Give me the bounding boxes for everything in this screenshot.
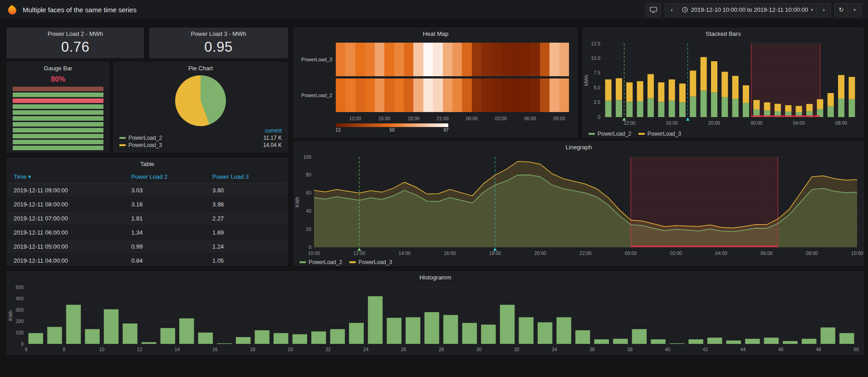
heatmap-x-tick: 00:00 bbox=[466, 116, 478, 121]
stacked-bar-yellow bbox=[775, 104, 781, 111]
refresh-button[interactable]: ↻ bbox=[834, 3, 848, 17]
svg-text:100: 100 bbox=[15, 330, 24, 335]
svg-text:2.5: 2.5 bbox=[593, 99, 600, 105]
gauge-led-bar bbox=[13, 128, 103, 132]
svg-text:06:00: 06:00 bbox=[760, 250, 772, 255]
table-row[interactable]: 2019-12-11 08:00:003.163.98 bbox=[7, 197, 287, 211]
pie-legend-item[interactable]: PowerLoad_211.17 K bbox=[119, 134, 282, 142]
legend-item-PowerLoad_3[interactable]: PowerLoad_3 bbox=[638, 131, 681, 137]
time-range-label: 2019-12-10 10:00:00 to 2019-12-11 10:00:… bbox=[691, 6, 808, 13]
panel-title[interactable]: Table bbox=[7, 158, 287, 170]
heatmap-x-tick: 09:00 bbox=[553, 116, 565, 121]
gauge-led-bar bbox=[13, 104, 103, 109]
stacked-bar-green bbox=[658, 102, 664, 117]
tv-mode-button[interactable] bbox=[646, 3, 661, 17]
stacked-bar-green bbox=[637, 101, 643, 117]
svg-text:08:00: 08:00 bbox=[806, 250, 818, 255]
heatmap-cell bbox=[443, 78, 452, 112]
legend-label: PowerLoad_3 bbox=[358, 259, 392, 265]
stacked-bar-yellow bbox=[785, 105, 791, 112]
heatmap-cell bbox=[540, 78, 549, 112]
svg-text:400: 400 bbox=[15, 296, 24, 301]
pie-legend-label: PowerLoad_3 bbox=[128, 142, 162, 148]
svg-text:00:00: 00:00 bbox=[625, 250, 637, 255]
histogram-bar bbox=[481, 325, 495, 344]
svg-text:20: 20 bbox=[306, 226, 311, 232]
stacked-bar-green bbox=[669, 101, 675, 117]
legend-item-PowerLoad_2[interactable]: PowerLoad_2 bbox=[299, 259, 342, 265]
gauge-led-bar bbox=[13, 116, 103, 121]
svg-text:KWh: KWh bbox=[294, 197, 300, 207]
table-cell: 0.84 bbox=[125, 257, 206, 264]
histogram-bar bbox=[104, 309, 118, 344]
heatmap-row-label: PowerLoad_2 bbox=[294, 93, 336, 98]
panel-histogram: Histogramm 01002003004005006810121416182… bbox=[7, 271, 864, 354]
pie-legend-current-header[interactable]: current bbox=[114, 126, 287, 134]
heatmap-scale-label: 97 bbox=[443, 127, 448, 132]
table-column-header[interactable]: Power Load 3 bbox=[206, 173, 287, 180]
pie-legend-label: PowerLoad_2 bbox=[128, 135, 162, 141]
panel-title[interactable]: Power Load 2 - MWh bbox=[7, 28, 143, 40]
panel-title[interactable]: Histogramm bbox=[7, 272, 863, 284]
heatmap-cell bbox=[345, 43, 355, 76]
heatmap-x-axis: 12:0015:0018:0021:0000:0003:0006:0009:00 bbox=[336, 114, 569, 122]
heatmap-cell bbox=[375, 43, 384, 76]
panel-title[interactable]: Power Load 3 - MWh bbox=[150, 28, 287, 40]
svg-text:50: 50 bbox=[853, 347, 859, 352]
table-cell: 3.80 bbox=[206, 187, 287, 194]
gauge-led-bar bbox=[13, 146, 103, 150]
heatmap-cell bbox=[549, 43, 559, 76]
histogram-bar bbox=[274, 333, 288, 344]
table-column-header[interactable]: Time ▾ bbox=[7, 173, 125, 180]
heatmap-cell bbox=[501, 78, 510, 112]
chevron-down-icon: ▾ bbox=[811, 7, 813, 12]
legend-item-PowerLoad_3[interactable]: PowerLoad_3 bbox=[349, 259, 392, 265]
grafana-logo[interactable] bbox=[6, 4, 18, 16]
table-cell: 2019-12-11 06:00:00 bbox=[7, 229, 125, 236]
histogram-bar bbox=[311, 332, 326, 344]
linegraph-legend: PowerLoad_2PowerLoad_3 bbox=[294, 257, 863, 267]
pie-legend: PowerLoad_211.17 KPowerLoad_314.04 K bbox=[114, 134, 287, 149]
svg-text:20:00: 20:00 bbox=[708, 120, 720, 126]
histogram-bar bbox=[330, 329, 345, 344]
histogram-bar bbox=[839, 333, 854, 344]
panel-title[interactable]: Heat Map bbox=[294, 28, 577, 40]
table-row[interactable]: 2019-12-11 05:00:000.991.24 bbox=[7, 240, 287, 254]
histogram-bar bbox=[161, 328, 175, 344]
table-row[interactable]: 2019-12-11 04:00:000.841.05 bbox=[7, 254, 287, 268]
time-range-picker[interactable]: 2019-12-10 10:00:00 to 2019-12-11 10:00:… bbox=[678, 3, 817, 17]
stacked-bar-yellow bbox=[658, 83, 664, 102]
panel-gauge-bar: Gauge Bar 80% bbox=[7, 62, 109, 152]
panel-title[interactable]: Gauge Bar bbox=[7, 63, 109, 74]
svg-text:0: 0 bbox=[598, 114, 600, 120]
svg-text:10:00: 10:00 bbox=[851, 250, 863, 255]
stacked-bar-green bbox=[690, 97, 696, 117]
histogram-bar bbox=[575, 330, 590, 344]
histogram-bar bbox=[66, 305, 81, 344]
heatmap-cell bbox=[481, 43, 491, 76]
svg-text:14:00: 14:00 bbox=[398, 250, 410, 255]
time-range-back-button[interactable]: ‹ bbox=[665, 3, 678, 17]
gauge-led-bar bbox=[13, 122, 103, 127]
time-range-forward-button[interactable]: › bbox=[817, 3, 831, 17]
panel-table: Table Time ▾Power Load 2Power Load 3 201… bbox=[7, 158, 288, 266]
panel-title[interactable]: Stacked Bars bbox=[583, 28, 863, 40]
heatmap-row-label: PowerLoad_3 bbox=[294, 57, 336, 62]
table-row[interactable]: 2019-12-11 07:00:001.812.27 bbox=[7, 211, 287, 225]
legend-color-dash bbox=[119, 144, 126, 146]
table-column-header[interactable]: Power Load 2 bbox=[125, 173, 206, 180]
pie-legend-item[interactable]: PowerLoad_314.04 K bbox=[119, 142, 282, 149]
table-cell: 3.03 bbox=[125, 187, 206, 194]
heatmap-cell bbox=[462, 78, 471, 112]
table-row[interactable]: 2019-12-11 06:00:001.341.69 bbox=[7, 225, 287, 240]
heatmap-scale-label: 50 bbox=[389, 127, 394, 132]
refresh-interval-button[interactable]: ▾ bbox=[848, 3, 862, 17]
panel-title[interactable]: Pie Chart bbox=[114, 63, 287, 74]
legend-item-PowerLoad_2[interactable]: PowerLoad_2 bbox=[588, 131, 631, 137]
histogram-bar bbox=[500, 305, 515, 344]
panel-title[interactable]: Linegraph bbox=[294, 142, 863, 153]
svg-text:KWh: KWh bbox=[8, 310, 13, 321]
stacked-bar-yellow bbox=[647, 74, 654, 98]
table-cell: 2019-12-11 07:00:00 bbox=[7, 215, 125, 222]
table-row[interactable]: 2019-12-11 09:00:003.033.80 bbox=[7, 183, 287, 197]
